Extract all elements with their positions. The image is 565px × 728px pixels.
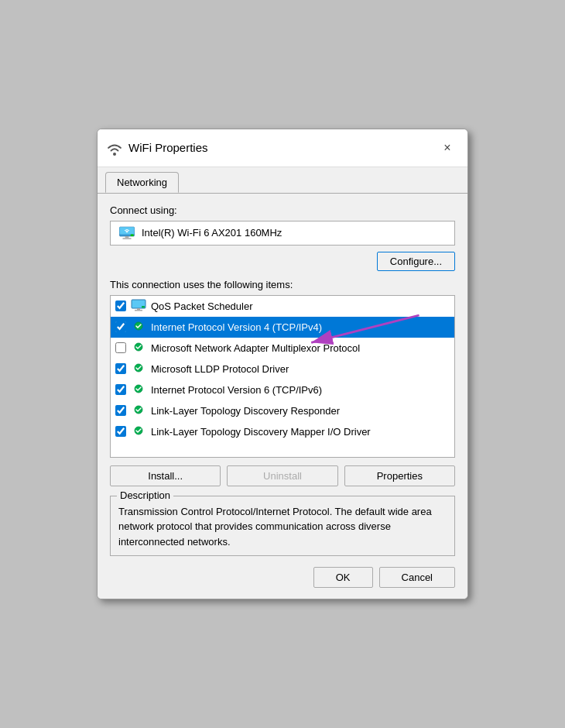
adapter-name: Intel(R) Wi-Fi 6 AX201 160MHz <box>142 227 282 239</box>
uses-label: This connection uses the following items… <box>110 279 455 290</box>
item-icon <box>131 383 146 397</box>
item-label: Internet Protocol Version 6 (TCP/IPv6) <box>151 384 322 396</box>
svg-point-0 <box>113 153 116 156</box>
connect-using-label: Connect using: <box>110 204 455 216</box>
properties-button[interactable]: Properties <box>344 465 455 486</box>
svg-rect-9 <box>135 310 142 311</box>
wifi-properties-dialog: WiFi Properties × Networking Connect usi… <box>97 129 468 600</box>
list-item[interactable]: Microsoft LLDP Protocol Driver <box>111 359 454 379</box>
svg-rect-3 <box>125 236 129 238</box>
list-item[interactable]: Link-Layer Topology Discovery Mapper I/O… <box>111 421 454 442</box>
title-bar: WiFi Properties × <box>98 129 467 167</box>
description-label: Description <box>117 489 173 501</box>
item-label: Microsoft LLDP Protocol Driver <box>151 363 289 375</box>
description-group: Description Transmission Control Protoco… <box>110 496 455 557</box>
item-icon <box>131 299 146 314</box>
item-label: Microsoft Network Adapter Multiplexor Pr… <box>151 342 360 354</box>
item-icon <box>131 320 146 335</box>
tab-bar: Networking <box>98 167 467 193</box>
cancel-button[interactable]: Cancel <box>379 567 455 588</box>
adapter-icon <box>118 226 135 240</box>
svg-rect-8 <box>137 308 140 310</box>
list-item[interactable]: Internet Protocol Version 4 (TCP/IPv4) <box>111 317 454 338</box>
item-checkbox[interactable] <box>115 384 126 395</box>
uninstall-button[interactable]: Uninstall <box>227 465 337 486</box>
list-item[interactable]: Link-Layer Topology Discovery Responder <box>111 400 454 421</box>
list-item[interactable]: Internet Protocol Version 6 (TCP/IPv6) <box>111 379 454 400</box>
items-list[interactable]: QoS Packet Scheduler Internet Protocol V… <box>110 295 455 458</box>
svg-rect-10 <box>142 306 145 308</box>
svg-rect-4 <box>123 238 132 239</box>
dialog-body: Connect using: Intel(R) Wi-Fi 6 AX201 16… <box>98 193 467 599</box>
list-item[interactable]: QoS Packet Scheduler <box>111 296 454 317</box>
action-buttons-row: Install... Uninstall Properties <box>110 465 455 486</box>
ok-button[interactable]: OK <box>313 567 373 588</box>
dialog-title: WiFi Properties <box>128 141 430 154</box>
item-checkbox[interactable] <box>115 321 126 332</box>
item-label: Link-Layer Topology Discovery Mapper I/O… <box>151 426 371 438</box>
item-label: Link-Layer Topology Discovery Responder <box>151 405 340 417</box>
description-text: Transmission Control Protocol/Internet P… <box>118 504 447 550</box>
list-item[interactable]: Microsoft Network Adapter Multiplexor Pr… <box>111 338 454 359</box>
configure-button[interactable]: Configure... <box>377 252 455 271</box>
wifi-icon <box>107 140 122 156</box>
item-checkbox[interactable] <box>115 300 126 311</box>
item-checkbox[interactable] <box>115 363 126 374</box>
adapter-box: Intel(R) Wi-Fi 6 AX201 160MHz <box>110 221 455 246</box>
configure-row: Configure... <box>110 252 455 271</box>
item-checkbox[interactable] <box>115 405 126 416</box>
svg-point-5 <box>126 231 128 232</box>
item-checkbox[interactable] <box>115 342 126 353</box>
item-icon <box>131 424 146 439</box>
close-button[interactable]: × <box>437 137 458 159</box>
items-container: QoS Packet Scheduler Internet Protocol V… <box>110 295 455 458</box>
item-icon <box>131 403 146 418</box>
item-icon <box>131 362 146 376</box>
tab-networking[interactable]: Networking <box>105 172 179 193</box>
item-icon <box>131 341 146 355</box>
item-label: QoS Packet Scheduler <box>151 300 253 312</box>
item-label: Internet Protocol Version 4 (TCP/IPv4) <box>151 321 322 333</box>
install-button[interactable]: Install... <box>110 465 221 486</box>
item-checkbox[interactable] <box>115 426 126 437</box>
bottom-buttons-row: OK Cancel <box>110 567 455 588</box>
svg-rect-6 <box>131 234 134 235</box>
